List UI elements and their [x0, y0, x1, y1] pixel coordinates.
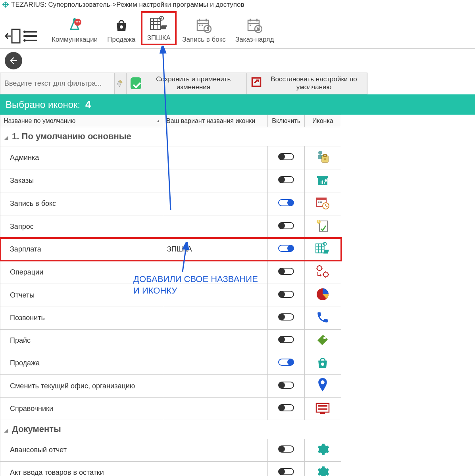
cell-custom[interactable]: [163, 307, 268, 329]
cell-icon: [304, 146, 341, 169]
cell-icon: [304, 261, 341, 284]
cell-custom[interactable]: [163, 329, 268, 352]
table-row[interactable]: Сменить текущий офис, организацию: [0, 374, 341, 397]
enable-toggle[interactable]: [278, 445, 294, 453]
enable-toggle[interactable]: [278, 245, 294, 252]
enable-toggle[interactable]: [278, 291, 294, 298]
cell-name: Админка: [0, 146, 163, 169]
enable-toggle[interactable]: [278, 222, 294, 229]
table-row[interactable]: Запрос: [0, 215, 341, 238]
cell-name: Запись в бокс: [0, 192, 163, 215]
cell-enable[interactable]: [268, 284, 304, 307]
table-row[interactable]: Авансовый отчет: [0, 439, 341, 461]
table-row[interactable]: Прайс: [0, 329, 341, 352]
cell-enable[interactable]: [268, 329, 304, 352]
ribbon-item-2[interactable]: $ЗПШКА: [141, 11, 177, 45]
cell-custom[interactable]: [163, 461, 268, 476]
column-header-name[interactable]: Название по умолчанию: [0, 115, 163, 127]
cell-enable[interactable]: [268, 261, 304, 284]
cell-custom[interactable]: ЗПШКА: [163, 238, 268, 261]
cell-custom[interactable]: [163, 352, 268, 374]
cell-enable[interactable]: [268, 238, 304, 261]
filter-input[interactable]: [0, 73, 115, 94]
row-icon: [315, 264, 330, 278]
ribbon-item-1[interactable]: Продажа: [103, 11, 139, 45]
enable-toggle[interactable]: [278, 199, 294, 206]
svg-rect-0: [12, 29, 20, 43]
save-apply-button[interactable]: Сохранить и применить изменения: [127, 73, 247, 94]
enable-toggle[interactable]: [278, 268, 294, 275]
enable-toggle[interactable]: [278, 153, 294, 160]
ribbon-toolbar: КоммуникацииПродажа$ЗПШКАЗапись в боксЗа…: [0, 10, 475, 49]
column-header-enable[interactable]: Включить: [268, 115, 304, 127]
cell-enable[interactable]: [268, 215, 304, 238]
restore-defaults-button[interactable]: Восстановить настройки по умолчанию: [247, 73, 367, 94]
svg-point-56: [323, 337, 326, 339]
cell-enable[interactable]: [268, 192, 304, 215]
enable-toggle[interactable]: [278, 176, 294, 183]
cell-enable[interactable]: [268, 397, 304, 420]
svg-rect-19: [199, 19, 200, 21]
cell-custom[interactable]: [163, 439, 268, 461]
cell-enable[interactable]: [268, 146, 304, 169]
back-button[interactable]: [5, 52, 22, 69]
enable-toggle[interactable]: [278, 404, 294, 411]
row-icon: [315, 173, 330, 187]
restore-icon: [251, 77, 262, 90]
ribbon-label: Коммуникации: [52, 36, 98, 44]
svg-point-3: [23, 39, 26, 42]
table-row[interactable]: Продажа: [0, 352, 341, 374]
cell-custom[interactable]: [163, 192, 268, 215]
enable-toggle[interactable]: [278, 468, 294, 475]
ribbon-item-4[interactable]: Заказ-наряд: [231, 11, 278, 45]
enable-toggle[interactable]: [278, 313, 294, 321]
svg-point-2: [23, 35, 26, 37]
cell-enable[interactable]: [268, 307, 304, 329]
annotation-text: ДОБАВИЛИ СВОЕ НАЗВАНИЕ И ИКОНКУ: [133, 274, 260, 296]
ribbon-icon: [66, 16, 83, 35]
cell-icon: [304, 329, 341, 352]
table-row[interactable]: Запись в бокс: [0, 192, 341, 215]
table-row[interactable]: Заказы: [0, 169, 341, 192]
ribbon-icon: [113, 16, 129, 35]
table-row[interactable]: Позвонить: [0, 307, 341, 329]
clear-filter-button[interactable]: [115, 73, 127, 94]
table-row[interactable]: ЗарплатаЗПШКА$: [0, 238, 341, 261]
enable-toggle[interactable]: [278, 336, 294, 343]
enable-toggle[interactable]: [278, 382, 294, 389]
cell-name: Заказы: [0, 169, 163, 192]
ribbon-item-0[interactable]: Коммуникации: [48, 11, 102, 45]
svg-point-54: [323, 272, 328, 277]
cell-icon: [304, 439, 341, 461]
cell-name: Акт ввода товаров в остатки: [0, 461, 163, 476]
exit-icon[interactable]: [3, 27, 21, 45]
cell-enable[interactable]: [268, 439, 304, 461]
cell-name: Зарплата: [0, 238, 163, 261]
menu-icon[interactable]: [22, 27, 40, 45]
row-icon: [315, 355, 330, 370]
svg-rect-22: [202, 25, 203, 26]
group-header[interactable]: ◢ 1. По умолчанию основные: [0, 127, 341, 146]
row-icon: [315, 333, 330, 347]
group-header[interactable]: ◢ Документы: [0, 420, 341, 439]
cell-enable[interactable]: [268, 169, 304, 192]
cell-enable[interactable]: [268, 461, 304, 476]
ribbon-item-3[interactable]: Запись в бокс: [178, 11, 230, 45]
enable-toggle[interactable]: [278, 359, 294, 366]
cell-custom[interactable]: [163, 169, 268, 192]
cell-custom[interactable]: [163, 374, 268, 397]
row-icon: [315, 287, 330, 301]
table-row[interactable]: Акт ввода товаров в остатки: [0, 461, 341, 476]
table-row[interactable]: Админка: [0, 146, 341, 169]
cell-name: Авансовый отчет: [0, 439, 163, 461]
row-icon: [315, 219, 330, 233]
svg-rect-20: [206, 19, 207, 21]
cell-enable[interactable]: [268, 374, 304, 397]
cell-custom[interactable]: [163, 215, 268, 238]
cell-enable[interactable]: [268, 352, 304, 374]
table-row[interactable]: Справочники: [0, 397, 341, 420]
cell-custom[interactable]: [163, 146, 268, 169]
column-header-icon[interactable]: Иконка: [304, 115, 341, 127]
column-header-custom[interactable]: Ваш вариант названия иконки: [163, 115, 268, 127]
cell-custom[interactable]: [163, 397, 268, 420]
